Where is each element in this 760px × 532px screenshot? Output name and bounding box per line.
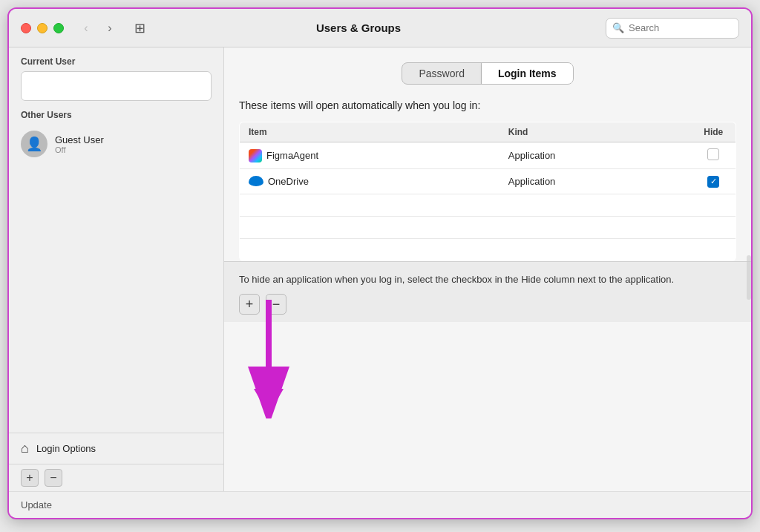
onedrive-label: OneDrive (268, 176, 309, 187)
tab-group: Password Login Items (239, 62, 736, 85)
update-bar: Update (9, 491, 751, 518)
scrollbar[interactable] (747, 255, 751, 300)
figma-hide-checkbox[interactable] (692, 142, 736, 169)
remove-item-button[interactable]: − (266, 294, 286, 315)
table-row: OneDrive Application ✓ (240, 169, 736, 194)
avatar: 👤 (21, 131, 48, 157)
col-header-kind: Kind (499, 122, 692, 142)
figma-label: FigmaAgent (266, 150, 318, 161)
home-icon: ⌂ (21, 441, 29, 456)
tab-container: Password Login Items (402, 62, 573, 85)
items-table: Item Kind Hide FigmaAgent Applicati (239, 122, 736, 261)
empty-row (240, 238, 736, 260)
bottom-section: To hide an application when you log in, … (224, 261, 751, 323)
tab-password[interactable]: Password (402, 63, 481, 84)
sidebar-bottom-buttons: + − (9, 464, 223, 491)
guest-user-item[interactable]: 👤 Guest User Off (9, 125, 223, 163)
current-user-label: Current User (9, 56, 223, 71)
figma-kind: Application (499, 142, 692, 169)
bottom-info-text: To hide an application when you log in, … (224, 272, 751, 295)
bottom-buttons: + − (224, 294, 751, 315)
sidebar-add-button[interactable]: + (21, 469, 39, 487)
main-content: Current User Other Users 👤 Guest User Of… (9, 47, 751, 491)
item-name-onedrive: OneDrive (240, 169, 499, 194)
search-input[interactable] (629, 22, 733, 33)
window-title: Users & Groups (111, 22, 606, 34)
figma-checkbox-unchecked[interactable] (707, 148, 719, 160)
svg-marker-2 (254, 389, 284, 415)
login-options-button[interactable]: ⌂ Login Options (9, 433, 223, 464)
description-text: These items will open automatically when… (239, 99, 736, 111)
col-header-item: Item (240, 122, 499, 142)
table-row: FigmaAgent Application (240, 142, 736, 169)
figma-icon (249, 149, 262, 162)
onedrive-checkbox-checked[interactable]: ✓ (707, 176, 719, 188)
search-bar[interactable]: 🔍 (606, 18, 739, 39)
titlebar: ‹ › ⊞ Users & Groups 🔍 (9, 9, 751, 47)
close-button[interactable] (21, 23, 31, 33)
current-user-box (21, 71, 212, 101)
tab-login-items[interactable]: Login Items (482, 63, 573, 84)
avatar-icon: 👤 (26, 136, 42, 152)
col-header-hide: Hide (692, 122, 736, 142)
sidebar-spacer (9, 163, 223, 433)
empty-row (240, 216, 736, 238)
onedrive-kind: Application (499, 169, 692, 194)
empty-row (240, 194, 736, 216)
sidebar: Current User Other Users 👤 Guest User Of… (9, 47, 224, 491)
login-options-label: Login Options (36, 443, 96, 454)
maximize-button[interactable] (53, 23, 64, 33)
onedrive-hide-checkbox[interactable]: ✓ (692, 169, 736, 194)
guest-user-status: Off (55, 145, 104, 154)
minimize-button[interactable] (37, 23, 48, 33)
onedrive-icon (249, 176, 263, 186)
user-info: Guest User Off (55, 134, 104, 154)
update-label: Update (21, 499, 52, 510)
back-button[interactable]: ‹ (76, 18, 96, 39)
item-name-figma: FigmaAgent (240, 142, 499, 169)
traffic-lights (21, 23, 64, 33)
add-item-button[interactable]: + (239, 294, 260, 315)
sidebar-remove-button[interactable]: − (45, 469, 62, 487)
right-panel: Password Login Items These items will op… (224, 47, 751, 491)
guest-user-name: Guest User (55, 134, 104, 145)
main-window: ‹ › ⊞ Users & Groups 🔍 Current User Othe… (7, 7, 753, 519)
search-icon: 🔍 (612, 22, 624, 33)
other-users-label: Other Users (9, 110, 223, 125)
